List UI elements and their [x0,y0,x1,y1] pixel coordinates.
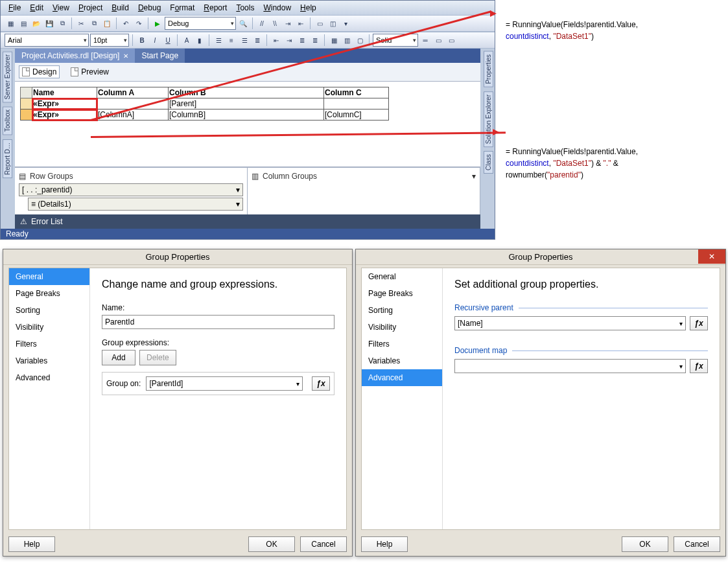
menu-edit[interactable]: Edit [26,2,47,14]
name-input[interactable] [102,315,335,329]
subtab-design[interactable]: Design [19,65,60,78]
row-handle-detail[interactable] [21,109,32,121]
save-all-icon[interactable]: ⧉ [56,17,68,29]
new-project-icon[interactable]: ▦ [5,17,16,29]
col-hdr-a[interactable]: Column A [97,87,169,98]
menu-view[interactable]: View [49,2,73,14]
outdent-icon[interactable]: ⇤ [295,17,307,29]
nav-general[interactable]: General [9,268,89,285]
subtab-preview[interactable]: Preview [67,65,112,78]
report-data-tab[interactable]: Report D… [3,139,12,178]
menu-project[interactable]: Project [75,2,106,14]
toolbox-tab[interactable]: Toolbox [3,106,12,135]
menu-format[interactable]: Format [166,2,198,14]
properties-tab[interactable]: Properties [484,51,493,87]
open-icon[interactable]: 📂 [30,17,42,29]
paste-icon[interactable]: 📋 [101,17,113,29]
more-win-icon[interactable]: ▾ [340,17,351,29]
menu-tools[interactable]: Tools [232,2,258,14]
nav-filters[interactable]: Filters [362,336,442,352]
row-group-parent[interactable]: [ . . :_parentid) ▾ [19,183,243,196]
nav-visibility[interactable]: Visibility [9,319,89,336]
numbering-icon[interactable]: ≣ [309,34,321,46]
uncomment-icon[interactable]: \\ [269,17,281,29]
bullets-icon[interactable]: ≣ [296,34,308,46]
indent-icon[interactable]: ⇥ [282,17,294,29]
menu-report[interactable]: Report [200,2,231,14]
undo-icon[interactable]: ↶ [120,17,132,29]
fx-button[interactable]: ƒx [690,316,708,330]
underline-icon[interactable]: U [162,34,174,46]
nav-visibility[interactable]: Visibility [362,319,442,336]
window-tile-icon[interactable]: ▭ [314,17,325,29]
indent-icon2[interactable]: ⇥ [283,34,295,46]
tab-start-page[interactable]: Start Page [135,49,185,63]
cancel-button[interactable]: Cancel [300,536,347,552]
align-left-icon[interactable]: ☰ [213,34,224,46]
corner-cell[interactable] [21,87,32,98]
tablix[interactable]: Name Column A Column B Column C «Expr» [… [20,87,389,121]
cell-c0[interactable] [324,98,389,109]
tab-close-icon[interactable]: ✕ [123,52,128,60]
font-size-combo[interactable]: 10pt [90,34,129,47]
ok-button[interactable]: OK [622,536,668,552]
cell-b0[interactable]: [Parent] [169,98,324,109]
justify-icon[interactable]: ≣ [252,34,263,46]
chevron-down-icon[interactable]: ▾ [236,200,240,209]
nav-sorting[interactable]: Sorting [362,302,442,319]
menu-window[interactable]: Window [259,2,295,14]
nav-filters[interactable]: Filters [9,336,89,352]
menu-build[interactable]: Build [108,2,133,14]
chevron-down-icon[interactable]: ▾ [472,172,476,181]
design-surface[interactable]: Name Column A Column B Column C «Expr» [… [15,82,480,167]
redo-icon[interactable]: ↷ [133,17,145,29]
start-debug-icon[interactable]: ▶ [152,17,163,29]
save-icon[interactable]: 💾 [43,17,55,29]
bold-icon[interactable]: B [136,34,148,46]
chevron-down-icon[interactable]: ▾ [236,185,240,194]
cancel-button[interactable]: Cancel [674,536,720,552]
menu-file[interactable]: File [5,2,25,14]
expr-cell-detail[interactable]: «Expr» [32,109,97,121]
class-view-tab[interactable]: Class [484,151,493,174]
document-map-select[interactable] [454,359,686,373]
menu-help[interactable]: Help [296,2,320,14]
font-color-icon[interactable]: A [181,34,193,46]
recursive-parent-select[interactable]: [Name] [454,316,686,330]
outdent-icon2[interactable]: ⇤ [270,34,282,46]
nav-page-breaks[interactable]: Page Breaks [9,285,89,302]
border-style-icon[interactable]: ▭ [445,34,457,46]
row-handle-group[interactable] [21,98,32,109]
nav-advanced[interactable]: Advanced [362,369,442,386]
nav-page-breaks[interactable]: Page Breaks [362,285,442,302]
border-width-icon[interactable]: ═ [419,34,431,46]
nav-general[interactable]: General [362,268,442,285]
cut-icon[interactable]: ✂ [75,17,87,29]
add-button[interactable]: Add [102,350,135,365]
italic-icon[interactable]: I [149,34,161,46]
expr-cell-parent[interactable]: «Expr» [32,98,97,109]
ok-button[interactable]: OK [248,536,295,552]
menu-debug[interactable]: Debug [134,2,165,14]
font-combo[interactable]: Arial [5,34,89,47]
row-group-details[interactable]: ≡ (Details1) ▾ [28,198,243,211]
align-right-icon[interactable]: ☰ [239,34,250,46]
help-button[interactable]: Help [8,536,55,552]
server-explorer-tab[interactable]: Server Explorer [3,51,12,102]
menu-bar[interactable]: File Edit View Project Build Debug Forma… [1,1,495,15]
nav-sorting[interactable]: Sorting [9,302,89,319]
split-icon[interactable]: ▥ [341,34,353,46]
close-icon[interactable]: ✕ [698,249,725,264]
find-icon[interactable]: 🔍 [237,17,249,29]
back-color-icon[interactable]: ▮ [194,34,205,46]
cell-b1[interactable]: [ColumnB] [169,109,324,121]
copy-icon[interactable]: ⧉ [88,17,100,29]
help-button[interactable]: Help [361,536,408,552]
align-center-icon[interactable]: ≡ [226,34,237,46]
window-split-icon[interactable]: ◫ [327,17,338,29]
fx-button[interactable]: ƒx [690,359,708,373]
cell-c1[interactable]: [ColumnC] [324,109,389,121]
add-item-icon[interactable]: ▤ [18,17,29,29]
fx-button[interactable]: ƒx [312,376,330,391]
config-combo[interactable]: Debug [165,17,236,30]
